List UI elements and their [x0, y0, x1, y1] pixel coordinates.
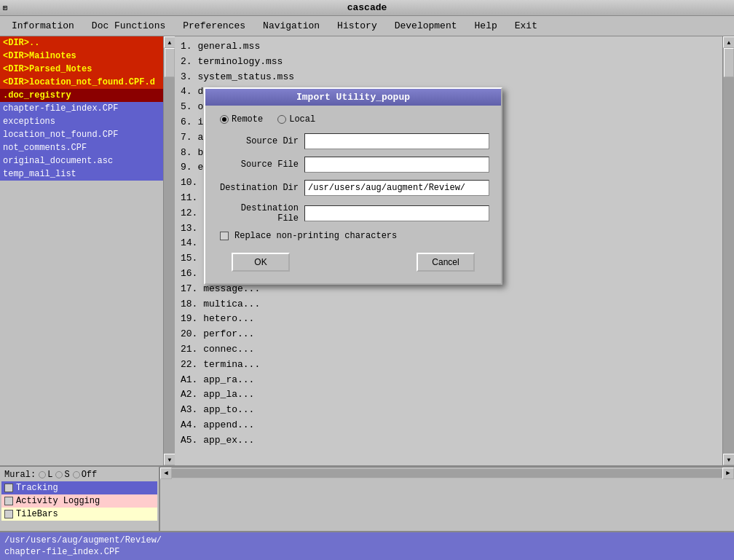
sidebar-item[interactable]: <DIR>Parsed_Notes — [0, 63, 163, 76]
mural-radio-s[interactable]: S — [55, 470, 69, 480]
h-scrollbar[interactable]: ◀ ▶ — [160, 467, 734, 478]
activity-checkbox[interactable] — [4, 497, 13, 505]
list-item[interactable]: 20. perfor... — [181, 327, 717, 342]
dest-file-input[interactable] — [304, 205, 489, 221]
menu-navigation[interactable]: Navigation — [254, 18, 328, 33]
content-scroll-thumb[interactable] — [724, 48, 734, 77]
remote-radio[interactable]: Remote — [220, 114, 263, 125]
tracking-checkbox[interactable] — [4, 484, 13, 492]
list-item[interactable]: 3. system_status.mss — [181, 70, 717, 85]
dest-dir-label: Destination Dir — [217, 183, 304, 193]
dialog-title-bar: Import Utility_popup — [205, 89, 501, 106]
replace-checkbox-row: Replace non-printing characters — [217, 231, 489, 241]
title-bar: ⊞ cascade — [0, 0, 734, 16]
list-item[interactable]: 22. termina... — [181, 358, 717, 373]
menu-development[interactable]: Development — [386, 18, 466, 33]
list-item[interactable]: 21. connec... — [181, 342, 717, 358]
mural-tilebars-item[interactable]: TileBars — [1, 508, 157, 521]
source-file-label: Source File — [217, 159, 304, 170]
tilebars-label: TileBars — [16, 509, 58, 519]
radio-s-indicator — [55, 471, 63, 478]
local-radio-label: Local — [289, 114, 315, 125]
window-title: cascade — [347, 2, 387, 13]
radio-off-indicator — [73, 471, 80, 478]
sidebar-item[interactable]: not_comments.CPF — [0, 141, 163, 154]
sidebar-item[interactable]: .doc_registry — [0, 89, 163, 102]
list-item[interactable]: A4. append... — [181, 418, 717, 433]
list-item[interactable]: A3. app_to... — [181, 403, 717, 418]
list-item[interactable]: 18. multica... — [181, 297, 717, 312]
h-scroll-track — [172, 469, 722, 478]
title-bar-icon: ⊞ — [3, 4, 7, 12]
content-scrollbar[interactable]: ▲ ▼ — [722, 36, 734, 465]
sidebar: <DIR>..<DIR>Mailnotes<DIR>Parsed_Notes<D… — [0, 36, 175, 465]
radio-l-indicator — [39, 471, 46, 478]
sidebar-scrollbar[interactable]: ▲ ▼ — [163, 36, 175, 465]
mural-activity-item[interactable]: Activity Logging — [1, 494, 157, 508]
sidebar-scroll-down[interactable]: ▼ — [164, 454, 175, 465]
sidebar-scroll-track — [164, 48, 175, 454]
dialog-body: Remote Local Source Dir Source File Dest… — [205, 106, 501, 283]
menu-information[interactable]: Information — [3, 18, 83, 33]
dest-dir-row: Destination Dir — [217, 180, 489, 196]
dest-file-row: Destination File — [217, 203, 489, 224]
local-radio-indicator — [277, 115, 286, 124]
import-dialog: Import Utility_popup Remote Local Source… — [204, 87, 502, 285]
cancel-button[interactable]: Cancel — [417, 253, 475, 272]
menu-doc-functions[interactable]: Doc Functions — [83, 18, 174, 33]
menu-help[interactable]: Help — [466, 18, 506, 33]
content-scroll-down[interactable]: ▼ — [723, 454, 734, 465]
ok-button[interactable]: OK — [232, 253, 290, 272]
dialog-buttons: OK Cancel — [217, 250, 489, 275]
replace-label: Replace non-printing characters — [234, 231, 397, 241]
source-file-input[interactable] — [304, 157, 489, 173]
sidebar-scroll-thumb[interactable] — [165, 48, 175, 77]
list-item[interactable]: 2. terminology.mss — [181, 55, 717, 70]
source-file-row: Source File — [217, 157, 489, 173]
mural-panel: Mural: L S Off Tracking — [0, 467, 160, 531]
mural-radio-off[interactable]: Off — [73, 470, 98, 480]
status-path: /usr/users/aug/augment/Review/ — [0, 535, 734, 546]
h-scroll-right[interactable]: ▶ — [722, 468, 734, 479]
tracking-label: Tracking — [16, 483, 58, 493]
sidebar-item[interactable]: <DIR>.. — [0, 36, 163, 50]
source-dir-row: Source Dir — [217, 133, 489, 149]
menu-preferences[interactable]: Preferences — [174, 18, 254, 33]
content-scroll-track — [723, 48, 734, 454]
sidebar-item[interactable]: <DIR>Mailnotes — [0, 50, 163, 63]
source-dir-input[interactable] — [304, 133, 489, 149]
tilebars-checkbox[interactable] — [4, 510, 13, 518]
menu-exit[interactable]: Exit — [506, 18, 546, 33]
bottom-panel: Mural: L S Off Tracking — [0, 465, 734, 531]
remote-radio-label: Remote — [232, 114, 263, 125]
sidebar-item[interactable]: <DIR>location_not_found.CPF.d — [0, 76, 163, 89]
local-radio[interactable]: Local — [277, 114, 315, 125]
sidebar-item[interactable]: temp_mail_list — [0, 167, 163, 181]
list-item[interactable]: 19. hetero... — [181, 312, 717, 327]
mural-l-label: L — [47, 470, 52, 480]
list-item[interactable]: A5. app_ex... — [181, 433, 717, 449]
menu-history[interactable]: History — [328, 18, 386, 33]
list-item[interactable]: 1. general.mss — [181, 39, 717, 55]
status-file: chapter-file_index.CPF — [0, 546, 734, 558]
replace-checkbox[interactable] — [220, 232, 229, 240]
mural-tracking-item[interactable]: Tracking — [1, 481, 157, 494]
sidebar-item[interactable]: chapter-file_index.CPF — [0, 102, 163, 115]
mural-off-label: Off — [82, 470, 98, 480]
sidebar-item[interactable]: original_document.asc — [0, 154, 163, 167]
mural-label: Mural: — [4, 470, 36, 480]
h-scroll-left[interactable]: ◀ — [160, 468, 172, 479]
remote-radio-indicator — [220, 115, 229, 124]
menu-bar: Information Doc Functions Preferences Na… — [0, 16, 734, 36]
sidebar-list: <DIR>..<DIR>Mailnotes<DIR>Parsed_Notes<D… — [0, 36, 163, 181]
list-item[interactable]: A2. app_la... — [181, 387, 717, 403]
sidebar-item[interactable]: exceptions — [0, 115, 163, 128]
list-item[interactable]: A1. app_ra... — [181, 373, 717, 388]
dest-dir-input[interactable] — [304, 180, 489, 196]
content-scroll-up[interactable]: ▲ — [723, 36, 734, 48]
sidebar-item[interactable]: location_not_found.CPF — [0, 128, 163, 141]
status-bar: /usr/users/aug/augment/Review/ chapter-f… — [0, 531, 734, 560]
mural-radio-l[interactable]: L — [39, 470, 52, 480]
sidebar-scroll-up[interactable]: ▲ — [164, 36, 175, 48]
source-dir-label: Source Dir — [217, 136, 304, 146]
